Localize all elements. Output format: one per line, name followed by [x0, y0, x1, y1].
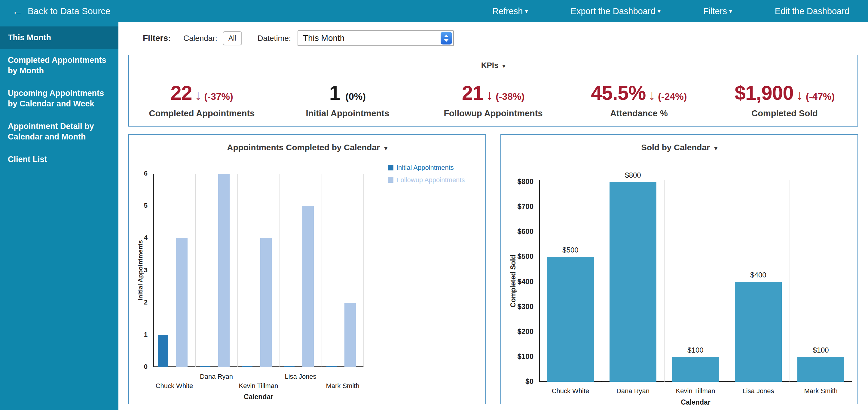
chart-sold-title[interactable]: Sold by Calendar ▾: [501, 143, 858, 152]
menu-edit-dashboard[interactable]: Edit the Dashboard: [775, 6, 849, 16]
charts-row: Appointments Completed by Calendar ▾ 012…: [128, 134, 858, 404]
kpi-attendance: 45.5% ↓ (-24%) Attendance %: [566, 82, 712, 119]
arrow-left-icon: ←: [12, 6, 23, 17]
sidebar-item-client-list[interactable]: Client List: [0, 148, 118, 171]
x-axis-title: Calendar: [153, 393, 364, 401]
bar-completed-sold[interactable]: [672, 357, 719, 382]
main-content: Filters: Calendar: All Datetime: This Mo…: [118, 22, 868, 410]
kpi-change: (-38%): [496, 91, 524, 102]
y-tick-label: $300: [503, 303, 533, 311]
datetime-select[interactable]: This Month: [298, 30, 454, 46]
y-tick-label: 6: [129, 169, 148, 177]
kpi-followup-appointments: 21 ↓ (-38%) Followup Appointments: [421, 82, 566, 119]
kpi-value: 22: [170, 82, 192, 104]
kpi-change: (-37%): [205, 91, 233, 102]
bar-followup-appointments[interactable]: [260, 238, 272, 367]
chart-title-label: Sold by Calendar: [641, 143, 710, 152]
chart-appointments-legend: Initial AppointmentsFollowup Appointment…: [388, 164, 465, 188]
sidebar-item-this-month[interactable]: This Month: [0, 27, 118, 49]
bar-value-label: $800: [602, 171, 664, 180]
kpi-panel: KPIs ▾ 22 ↓ (-37%) Completed Appointment…: [128, 55, 858, 127]
x-category-label: Mark Smith: [313, 382, 373, 390]
select-spinner-icon[interactable]: [441, 32, 452, 44]
bar-completed-sold[interactable]: [610, 182, 656, 382]
y-tick-label: $200: [503, 327, 533, 336]
x-category-label: Chuck White: [144, 382, 205, 390]
bar-initial-appointments[interactable]: [242, 366, 252, 367]
kpi-value: 45.5%: [591, 82, 646, 104]
filters-label: Filters:: [143, 33, 171, 43]
kpi-value: 1: [330, 82, 340, 104]
menu-refresh-label: Refresh: [492, 6, 523, 16]
topbar-menu: Refresh ▾ Export the Dashboard ▾ Filters…: [492, 6, 849, 16]
topbar: ← Back to Data Source Refresh ▾ Export t…: [0, 0, 868, 22]
x-category-label: Kevin Tillman: [228, 382, 288, 390]
y-tick-label: $700: [503, 202, 533, 211]
x-category-label: Dana Ryan: [186, 373, 246, 381]
kpi-change: (-47%): [806, 91, 835, 102]
y-axis-title: Initial Appointments: [137, 240, 144, 300]
kpi-initial-appointments: 1 (0%) Initial Appointments: [275, 82, 421, 119]
kpi-label: Attendance %: [566, 108, 712, 119]
chevron-down-icon: ▾: [714, 145, 717, 152]
x-axis-title: Calendar: [539, 398, 852, 406]
x-category-label: Dana Ryan: [602, 387, 664, 395]
y-tick-label: $0: [503, 377, 533, 386]
legend-entry[interactable]: Followup Appointments: [388, 176, 465, 184]
y-tick-label: 1: [129, 330, 148, 339]
bar-completed-sold[interactable]: [735, 282, 782, 382]
bar-followup-appointments[interactable]: [218, 174, 229, 367]
y-tick-label: 0: [129, 363, 148, 371]
y-tick-label: $400: [503, 278, 533, 286]
chevron-down-icon: ▾: [729, 7, 732, 15]
menu-export-label: Export the Dashboard: [571, 6, 655, 16]
bar-initial-appointments[interactable]: [200, 366, 210, 367]
bar-followup-appointments[interactable]: [302, 206, 314, 367]
x-category-label: Kevin Tillman: [664, 387, 727, 395]
chart-panel-appointments-completed: Appointments Completed by Calendar ▾ 012…: [128, 134, 486, 404]
filters-row: Filters: Calendar: All Datetime: This Mo…: [143, 30, 868, 46]
legend-entry[interactable]: Initial Appointments: [388, 164, 465, 171]
x-category-label: Mark Smith: [789, 387, 852, 395]
bar-followup-appointments[interactable]: [176, 238, 188, 367]
kpi-row: 22 ↓ (-37%) Completed Appointments 1 (0%…: [129, 82, 858, 119]
y-axis-title: Completed Sold: [509, 255, 517, 307]
bar-completed-sold[interactable]: [797, 357, 844, 382]
bar-initial-appointments[interactable]: [284, 366, 294, 367]
sidebar-item-appointment-detail-by-calendar-and-month[interactable]: Appointment Detail by Calendar and Month: [0, 115, 118, 148]
legend-swatch-icon: [388, 165, 394, 170]
bar-completed-sold[interactable]: [547, 257, 594, 382]
menu-filters[interactable]: Filters ▾: [703, 6, 732, 16]
sidebar-item-completed-appointments-by-month[interactable]: Completed Appointments by Month: [0, 49, 118, 82]
chevron-down-icon: ▾: [502, 63, 505, 69]
sidebar-item-upcoming-appointments-by-calendar-and-week[interactable]: Upcoming Appointments by Calendar and We…: [0, 82, 118, 115]
chart-title-label: Appointments Completed by Calendar: [227, 143, 380, 152]
menu-refresh[interactable]: Refresh ▾: [492, 6, 528, 16]
kpi-label: Completed Sold: [712, 108, 858, 119]
kpi-value: $1,900: [735, 82, 794, 104]
bar-initial-appointments[interactable]: [327, 366, 337, 367]
bar-followup-appointments[interactable]: [344, 303, 356, 367]
kpi-change: (-24%): [658, 91, 687, 102]
x-category-label: Lisa Jones: [727, 387, 789, 395]
kpi-panel-title[interactable]: KPIs ▾: [129, 61, 858, 70]
y-tick-label: $800: [503, 177, 533, 186]
chart-appointments-title[interactable]: Appointments Completed by Calendar ▾: [129, 143, 486, 152]
kpi-down-arrow-icon: ↓: [195, 87, 202, 103]
calendar-filter-label: Calendar:: [183, 34, 217, 43]
kpi-label: Initial Appointments: [275, 108, 421, 119]
menu-export-dashboard[interactable]: Export the Dashboard ▾: [571, 6, 661, 16]
y-tick-label: $600: [503, 227, 533, 236]
calendar-all-button[interactable]: All: [223, 31, 242, 45]
legend-label: Initial Appointments: [397, 164, 454, 171]
kpi-completed-sold: $1,900 ↓ (-47%) Completed Sold: [712, 82, 858, 119]
legend-label: Followup Appointments: [397, 176, 465, 184]
y-tick-label: 5: [129, 202, 148, 210]
bar-value-label: $100: [664, 346, 727, 354]
chevron-down-icon: ▾: [384, 145, 388, 152]
bar-initial-appointments[interactable]: [158, 335, 168, 367]
datetime-filter-label: Datetime:: [257, 34, 291, 43]
x-category-label: Lisa Jones: [271, 373, 331, 381]
back-to-data-source-button[interactable]: ← Back to Data Source: [12, 6, 110, 17]
sidebar: This Month Completed Appointments by Mon…: [0, 22, 118, 410]
